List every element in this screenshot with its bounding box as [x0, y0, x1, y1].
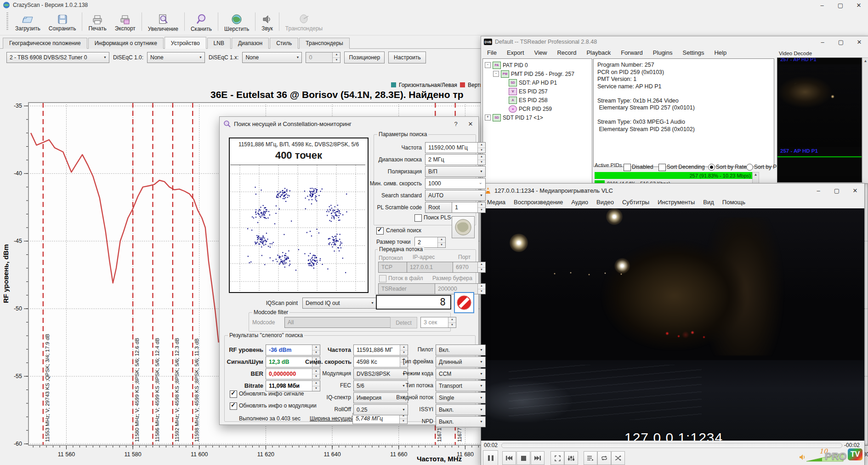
- menu-audio[interactable]: Аудио: [567, 197, 592, 207]
- result-col3-value-3[interactable]: Transport: [436, 380, 486, 391]
- tab-device[interactable]: Устройство: [165, 37, 206, 49]
- result-col3-value-4[interactable]: Single: [436, 392, 486, 403]
- vlc-video-area[interactable]: 127.0.0.1:1234: [481, 208, 864, 441]
- menu-video[interactable]: Видео: [592, 197, 618, 207]
- positioner-button[interactable]: Позиционер: [344, 52, 385, 63]
- diseqc10-select[interactable]: None: [147, 52, 205, 63]
- range-stepper[interactable]: 2 МГц▲▼: [425, 154, 486, 165]
- pls-spin-arrows[interactable]: ▲▼: [477, 202, 485, 212]
- result-col3-value-1[interactable]: Длинный: [436, 356, 486, 367]
- collapse-icon[interactable]: -: [493, 71, 499, 77]
- freq-stepper[interactable]: 11592,000 МГц▲▼: [425, 142, 486, 153]
- tree-item-es-video[interactable]: V ES PID 257: [483, 87, 592, 96]
- pl-scramble-num[interactable]: 1▲▼: [452, 202, 486, 213]
- tree-item-sdt17[interactable]: + SD SDT PID 17 <1>: [483, 113, 592, 122]
- sort-by-pid-radio[interactable]: [746, 164, 753, 171]
- tab-geo[interactable]: Географическое положение: [3, 38, 87, 49]
- tree-item-pat[interactable]: - PA PAT PID 0: [483, 61, 592, 69]
- load-button[interactable]: Загрузить: [11, 11, 45, 35]
- tree-item-pmt[interactable]: - PM PMT PID 256 - Progr. 257: [483, 69, 592, 78]
- polarization-select[interactable]: В/П: [425, 166, 486, 177]
- tab-satellite-info[interactable]: Информация о спутнике: [88, 38, 164, 49]
- blind-search-checkbox[interactable]: [376, 227, 384, 235]
- tsreader-minimize-button[interactable]: –: [813, 36, 832, 47]
- shuffle-button[interactable]: [611, 451, 625, 465]
- collapse-icon[interactable]: -: [485, 62, 491, 68]
- menu-playback[interactable]: Воспроизведение: [510, 197, 567, 207]
- configure-button[interactable]: Настроить: [388, 52, 426, 63]
- next-button[interactable]: [531, 451, 545, 465]
- pls-search-checkbox[interactable]: [414, 214, 422, 222]
- wool-button[interactable]: Шерстить: [220, 11, 253, 35]
- menu-help[interactable]: Help: [709, 48, 732, 57]
- crazyscan-maximize-button[interactable]: ▢: [831, 0, 850, 10]
- menu-settings[interactable]: Settings: [677, 48, 709, 57]
- menu-forward[interactable]: Forward: [616, 48, 648, 57]
- tree-item-es-audio[interactable]: A ES PID 258: [483, 96, 592, 104]
- globe-button[interactable]: [452, 216, 475, 238]
- scan-button[interactable]: Сканить: [187, 11, 216, 35]
- stop-button[interactable]: [516, 451, 530, 465]
- sort-by-rate-radio[interactable]: [708, 164, 715, 171]
- sound-button[interactable]: Звук: [257, 11, 277, 35]
- export-button[interactable]: Экспорт: [111, 11, 140, 35]
- tuner-select[interactable]: 2 - TBS 6908 DVBS/S2 Tuner 0: [6, 52, 109, 63]
- vlc-close-button[interactable]: ✕: [846, 184, 864, 197]
- dialog-close-button[interactable]: ✕: [463, 117, 478, 131]
- result-col3-value-2[interactable]: CCM: [436, 368, 486, 379]
- vlc-minimize-button[interactable]: –: [809, 184, 828, 197]
- fullscreen-button[interactable]: [550, 451, 564, 465]
- menu-file[interactable]: File: [482, 48, 502, 57]
- diseqc1x-select[interactable]: None: [242, 52, 302, 63]
- vlc-maximize-button[interactable]: ▢: [828, 184, 846, 197]
- menu-plugins[interactable]: Plugins: [648, 48, 678, 57]
- freq-spin-arrows[interactable]: ▲▼: [477, 143, 485, 153]
- pause-button[interactable]: [483, 450, 498, 465]
- playlist-button[interactable]: [584, 451, 597, 465]
- iqscan-select[interactable]: Demod IQ out: [302, 298, 377, 309]
- pid-bar-257[interactable]: 257 (91.83% - 10.23 Mbps): [595, 172, 754, 179]
- update-signal-checkbox[interactable]: [230, 390, 237, 398]
- tsreader-scrollbar[interactable]: ▲: [862, 57, 868, 184]
- interval-spin-arrows[interactable]: ▲▼: [448, 317, 456, 327]
- tree-item-pcr[interactable]: ● PCR PID 259: [483, 104, 592, 113]
- toolbar-grip[interactable]: [6, 12, 8, 31]
- detect-interval-stepper[interactable]: 3 сек▲▼: [420, 317, 456, 328]
- range-spin-arrows[interactable]: ▲▼: [477, 155, 485, 165]
- menu-media[interactable]: Медиа: [483, 197, 510, 207]
- seek-slider[interactable]: [501, 443, 842, 448]
- menu-subtitles[interactable]: Субтитры: [618, 197, 653, 207]
- menu-export[interactable]: Export: [502, 48, 529, 57]
- loop-button[interactable]: [597, 451, 611, 465]
- save-button[interactable]: Сохранить: [45, 11, 80, 35]
- menu-view[interactable]: Вид: [699, 197, 718, 207]
- tab-range[interactable]: Диапазон: [232, 38, 269, 49]
- update-modulation-checkbox[interactable]: [230, 402, 237, 410]
- tsreader-maximize-button[interactable]: ▢: [832, 36, 850, 47]
- tree-item-sdt[interactable]: SD SDT: AP HD P1: [483, 78, 592, 87]
- menu-help[interactable]: Помощь: [718, 197, 749, 207]
- tab-transponders[interactable]: Транспондеры: [299, 38, 349, 49]
- dot-size-spin-arrows[interactable]: ▲▼: [437, 237, 445, 247]
- search-standard-select[interactable]: AUTO: [425, 190, 486, 201]
- menu-view[interactable]: View: [529, 48, 552, 57]
- result-col3-value-5[interactable]: Выкл.: [436, 404, 486, 415]
- menu-playback[interactable]: Playback: [581, 48, 616, 57]
- tab-lnb[interactable]: LNB: [207, 38, 231, 49]
- position-stepper[interactable]: 0 ▲▼: [306, 52, 340, 63]
- result-col3-value-0[interactable]: Вкл.: [436, 344, 486, 356]
- crazyscan-minimize-button[interactable]: –: [813, 0, 831, 10]
- crazyscan-close-button[interactable]: ✕: [850, 0, 868, 10]
- menu-record[interactable]: Record: [552, 48, 581, 57]
- expand-icon[interactable]: +: [485, 115, 491, 121]
- min-symbolrate-combo[interactable]: 1000⌄: [425, 178, 486, 189]
- zoom-button[interactable]: Увеличение: [144, 11, 182, 35]
- menu-tools[interactable]: Инструменты: [653, 197, 699, 207]
- position-spin-arrows[interactable]: ▲▼: [332, 52, 340, 63]
- result-col3-value-6[interactable]: Выкл.: [436, 416, 486, 427]
- previous-button[interactable]: [502, 451, 516, 465]
- sort-decending-checkbox[interactable]: [658, 164, 666, 171]
- equalizer-button[interactable]: [564, 451, 578, 465]
- print-button[interactable]: Печать: [84, 11, 110, 35]
- tsreader-close-button[interactable]: ✕: [850, 36, 868, 47]
